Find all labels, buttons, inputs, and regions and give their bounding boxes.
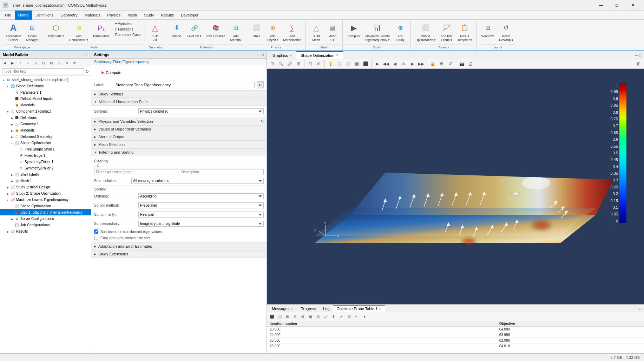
bt-btn-2[interactable]: ⬜ [276, 313, 283, 320]
gt-next-frame[interactable]: 1/1 [400, 60, 407, 68]
tree-toggle-shell[interactable] [10, 172, 14, 176]
ribbon-variables[interactable]: ▾ Variables [114, 21, 142, 26]
tree-item-step1[interactable]: ▶ Step 1: Stationary Then Eigenfrequency [0, 209, 91, 215]
tree-item-materials2[interactable]: ◼ Materials [0, 127, 91, 133]
gt-zoom-in[interactable]: 🔍 [277, 60, 285, 68]
gt-zoom-select[interactable]: ⊞ [295, 60, 302, 68]
bt-btn-1[interactable]: ⬛ [268, 313, 275, 320]
gt-wireframe[interactable]: ⬜ [344, 60, 352, 68]
tree-item-study2[interactable]: 📈 Study 2: Shape Optimization [0, 190, 91, 196]
ribbon-build-all[interactable]: △ BuildAll [147, 21, 163, 44]
tree-toggle-solver-conf[interactable] [10, 216, 14, 221]
study-ext-section-header[interactable]: ▶ Study Extensions [91, 250, 267, 258]
panel-min-btn[interactable]: — [82, 53, 85, 57]
gt-surface[interactable]: ▦ [353, 60, 361, 68]
tb-collapse[interactable]: ⊟ [40, 59, 47, 66]
tab-shape-opt[interactable]: Shape Optimization ✕ [296, 51, 343, 59]
tree-item-mesh1[interactable]: ▦ Mesh 1 [0, 178, 91, 184]
ribbon-add-study[interactable]: ⊕ AddStudy [393, 21, 408, 44]
filtering-sorting-section-header[interactable]: ▼ Filtering and Sorting [91, 148, 267, 156]
bottom-panel-ctrl-1[interactable]: — [635, 307, 638, 310]
settings-min-btn[interactable]: — [257, 53, 261, 57]
ribbon-add-physics[interactable]: ⊕ AddPhysics [265, 21, 281, 44]
tree-item-root[interactable]: 🖥 shell_shape_optimization.mph (root) [0, 76, 91, 83]
ribbon-functions[interactable]: ƒ Functions [114, 27, 142, 32]
gt-scene-light[interactable]: 💡 [327, 60, 334, 68]
minimize-btn[interactable]: — [593, 0, 609, 11]
tb-up[interactable]: ↑ [17, 59, 24, 66]
tb-back[interactable]: ◀ [1, 59, 8, 66]
ribbon-shell[interactable]: ⬜ Shell [249, 21, 264, 40]
tree-item-symm-roller2[interactable]: ⊝ Symmetry/Roller 2 [0, 165, 91, 171]
bt-btn-3[interactable]: ⊞ [284, 313, 291, 320]
filter-expression-input[interactable] [94, 169, 178, 175]
gt-zoom-out[interactable]: 🔎 [286, 60, 294, 68]
gt-print[interactable]: 🖨 [467, 60, 474, 68]
tb-more[interactable]: ⋯ [79, 59, 86, 66]
tree-toggle-deformed[interactable] [10, 134, 14, 139]
gt-grid[interactable]: ⊟ [306, 60, 314, 68]
linearization-section-header[interactable]: ▼ Values of Linearization Point [91, 98, 267, 106]
ribbon-compute[interactable]: ▶ Compute [346, 21, 363, 40]
gt-camera[interactable]: ⚙ [438, 60, 445, 68]
gt-reset-cam[interactable]: ↺ [446, 60, 454, 68]
tree-toggle-definitions[interactable] [10, 115, 14, 120]
ribbon-import[interactable]: ⬇ Import [169, 21, 184, 40]
gt-ffwd[interactable]: ▶▶ [417, 60, 425, 68]
menu-materials[interactable]: Materials [81, 11, 104, 20]
tree-item-symm-roller1[interactable]: ⊝ Symmetry/Roller 1 [0, 159, 91, 165]
close-btn[interactable]: ✕ [625, 0, 641, 11]
tab-graphics[interactable]: Graphics ✕ [268, 51, 296, 59]
ribbon-add-component[interactable]: ⊕ AddComponent ▾ [67, 21, 90, 44]
graphics-tab-ctrl-2[interactable]: □ [639, 53, 641, 57]
tree-item-comp1[interactable]: ⬡ Component 1 (comp1) [0, 108, 91, 114]
tree-item-global-def[interactable]: 🌐 Global Definitions [0, 83, 91, 89]
tree-toggle-root[interactable] [1, 78, 6, 82]
panel-max-btn[interactable]: □ [86, 53, 88, 57]
tree-item-job-conf[interactable]: 📋 Job Configurations [0, 222, 91, 228]
menu-definitions[interactable]: Definitions [32, 11, 57, 20]
gt-play[interactable]: ▶ [373, 60, 381, 68]
bt-btn-cols[interactable]: ⋯ [353, 313, 360, 320]
bt-btn-4[interactable]: ⊟ [291, 313, 298, 320]
menu-geometry[interactable]: Geometry [57, 11, 81, 20]
ribbon-add-math[interactable]: ∑ AddMathematics [281, 21, 303, 44]
compute-button[interactable]: ▶ Compute [97, 69, 126, 76]
tree-toggle-shape-opt[interactable] [10, 141, 14, 145]
gt-lock[interactable]: 🔒 [429, 60, 436, 68]
sort-transformed-checkbox[interactable] [94, 229, 98, 234]
ribbon-build-mesh[interactable]: △ BuildMesh [309, 21, 324, 44]
tree-item-solver-conf[interactable]: ⚙ Solver Configurations [0, 215, 91, 222]
tab-shape-opt-close[interactable]: ✕ [336, 54, 339, 57]
dep-vars-section-header[interactable]: ▶ Values of Dependent Variables [91, 125, 267, 133]
ribbon-part-lib[interactable]: 📚 Part Libraries [204, 21, 228, 40]
tree-item-free-shape1[interactable]: ◻ Free Shape Shell 1 [0, 146, 91, 152]
conjugate-pair-checkbox[interactable] [94, 236, 98, 240]
label-input[interactable] [114, 82, 255, 88]
gt-zoom-fit[interactable]: ⊡ [268, 60, 276, 68]
gt-next[interactable]: ▶ [408, 60, 416, 68]
tree-toggle-global[interactable] [6, 84, 10, 88]
filter-refresh-btn[interactable]: ↻ [85, 69, 89, 74]
tree-item-study3[interactable]: 📈 Maximize Lowets Eigenfrequency [0, 196, 91, 203]
bt-btn-6[interactable]: ▦ [307, 313, 314, 320]
tree-item-results[interactable]: 📊 Results [0, 228, 91, 234]
tree-toggle-materials2[interactable] [10, 128, 14, 132]
tree-item-geometry1[interactable]: △ Geometry 1 [0, 121, 91, 127]
ribbon-mesh1[interactable]: ▦ Mesh1 ▾ [325, 21, 340, 44]
gt-rewind[interactable]: ◀◀ [382, 60, 390, 68]
physics-vars-reset-btn[interactable]: ↻ [261, 120, 264, 123]
tree-toggle-study2[interactable] [6, 191, 10, 195]
tree-item-default-inputs[interactable]: ⬛ Default Model Inputs [0, 95, 91, 102]
sorting-method-select[interactable]: Predefined [138, 202, 264, 208]
gt-expand-btn[interactable]: ⊞ [635, 60, 643, 68]
store-output-section-header[interactable]: ▶ Store in Output [91, 133, 267, 141]
ribbon-app-builder[interactable]: A Application Builder [4, 21, 23, 44]
ordering-select[interactable]: Ascending [138, 193, 264, 199]
tb-forward[interactable]: ▶ [9, 59, 16, 66]
menu-results[interactable]: Results [157, 11, 177, 20]
gt-edges[interactable]: ⬛ [362, 60, 369, 68]
bt-btn-clear[interactable]: ✕ [338, 313, 345, 320]
tb-root[interactable]: ⌂ [25, 59, 32, 66]
gt-prev[interactable]: ◀ [391, 60, 399, 68]
